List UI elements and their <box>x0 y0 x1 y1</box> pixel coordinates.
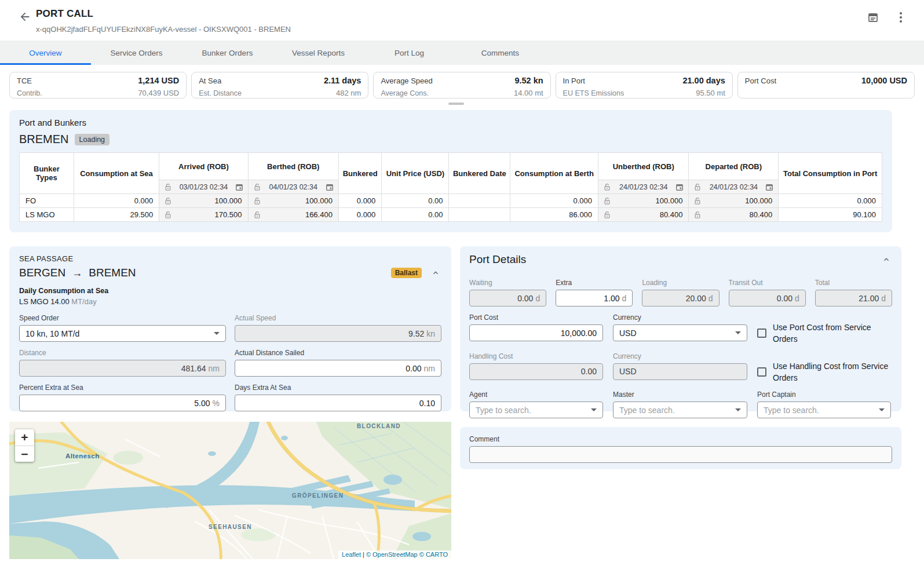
col-departed-rob: Departed (ROB) <box>689 153 779 180</box>
bunkers-table: Bunker Types Consumption at Sea Arrived … <box>19 152 882 222</box>
agent-search-select[interactable]: Type to search. <box>469 402 603 418</box>
map-label-blockland: BLOCKLAND <box>357 423 401 429</box>
calendar-icon[interactable] <box>235 183 243 191</box>
collapse-sea-passage-button[interactable] <box>430 267 441 279</box>
cell-consumption-at-berth[interactable]: 0.000 <box>510 194 598 208</box>
cell-value: 100.000 <box>174 196 243 205</box>
stat-sub-label: Est. Distance <box>199 88 242 99</box>
waiting-value: 0.00 <box>517 294 533 303</box>
cell-value: 100.000 <box>704 196 773 205</box>
port-captain-search-select[interactable]: Type to search. <box>757 402 891 418</box>
comment-card: Comment <box>460 427 901 469</box>
stat-card-at-sea: At Sea2.11 days Est. Distance482 nm <box>191 72 368 98</box>
berthed-date: 04/01/23 02:34 <box>269 183 317 191</box>
calendar-button[interactable] <box>866 10 880 24</box>
col-consumption-at-sea: Consumption at Sea <box>74 153 159 194</box>
tab-service-orders[interactable]: Service Orders <box>91 41 182 65</box>
zoom-out-button[interactable]: − <box>15 446 34 462</box>
cell-bunkered[interactable]: 0.000 <box>338 208 381 222</box>
tab-port-log[interactable]: Port Log <box>364 41 455 65</box>
lock-open-icon[interactable] <box>693 183 702 191</box>
calendar-icon[interactable] <box>326 183 334 191</box>
berthed-date-cell[interactable]: 04/01/23 02:34 <box>248 180 338 194</box>
cell-bunkered[interactable]: 0.000 <box>338 194 381 208</box>
cell-consumption-at-sea[interactable]: 29.500 <box>74 208 159 222</box>
back-button[interactable] <box>17 9 32 24</box>
loading-field: 20.00 d <box>642 290 719 306</box>
unberthed-date-cell[interactable]: 24/01/23 02:34 <box>598 180 689 194</box>
actual-distance-sailed-value: 0.00 <box>406 364 421 373</box>
tab-bunker-orders[interactable]: Bunker Orders <box>182 41 273 65</box>
agent-label: Agent <box>469 390 603 399</box>
port-and-bunkers-card: Port and Bunkers BREMEN Loading Bunker T… <box>9 110 892 232</box>
openstreetmap-link[interactable]: © OpenStreetMap <box>366 551 418 558</box>
cell-bunkered-date[interactable] <box>449 208 510 222</box>
total-field: 21.00 d <box>815 290 892 306</box>
calendar-icon[interactable] <box>765 183 773 191</box>
master-label: Master <box>613 390 747 399</box>
speed-order-select[interactable]: 10 kn, 10 MT/d <box>19 325 226 342</box>
departed-date-cell[interactable]: 24/01/23 02:34 <box>689 180 779 194</box>
cell-consumption-at-sea[interactable]: 0.000 <box>74 194 159 208</box>
extra-field[interactable]: 1.00 d <box>556 290 633 306</box>
daily-consumption-title: Daily Consumption at Sea <box>19 287 441 295</box>
route-arrow-icon: → <box>72 267 82 279</box>
col-berthed-rob: Berthed (ROB) <box>248 153 338 180</box>
route-map[interactable]: BLOCKLAND Altenesch GRÖPELINGEN SEEHAUSE… <box>9 422 451 559</box>
days-extra-at-sea-field[interactable]: 0.10 <box>235 395 441 411</box>
daily-consumption-unit: MT/day <box>71 297 96 306</box>
percent-extra-at-sea-field[interactable]: 5.00 % <box>19 395 226 411</box>
lock-open-icon[interactable] <box>603 197 611 205</box>
cell-total-consumption: 0.000 <box>779 194 882 208</box>
actual-distance-sailed-field[interactable]: 0.00 nm <box>235 360 441 377</box>
tab-comments[interactable]: Comments <box>455 41 546 65</box>
chevron-down-icon <box>735 331 741 334</box>
percent-extra-at-sea-value: 5.00 <box>194 399 210 408</box>
master-search-select[interactable]: Type to search. <box>613 402 747 418</box>
lock-open-icon[interactable] <box>164 211 172 219</box>
arrived-date-cell[interactable]: 03/01/23 02:34 <box>159 180 248 194</box>
tab-label: Comments <box>481 49 519 57</box>
lock-open-icon[interactable] <box>164 183 172 191</box>
port-name: BREMEN <box>19 133 69 146</box>
kebab-menu-button[interactable] <box>894 10 908 24</box>
lock-open-icon[interactable] <box>253 183 261 191</box>
map-attribution: Leaflet | © OpenStreetMap © CARTO <box>338 550 451 559</box>
carto-link[interactable]: © CARTO <box>419 551 448 558</box>
distance-unit: nm <box>209 364 220 373</box>
days-extra-at-sea-value: 0.10 <box>419 399 435 408</box>
cell-unit-price[interactable]: 0.00 <box>382 208 449 222</box>
stats-drag-handle[interactable] <box>448 103 464 105</box>
lock-open-icon[interactable] <box>253 197 261 205</box>
lock-open-icon[interactable] <box>164 197 172 205</box>
cell-consumption-at-berth[interactable]: 86.000 <box>510 208 598 222</box>
tab-vessel-reports[interactable]: Vessel Reports <box>273 41 364 65</box>
calendar-icon[interactable] <box>675 183 684 191</box>
agent-placeholder: Type to search. <box>476 406 531 415</box>
lock-open-icon[interactable] <box>253 211 261 219</box>
arrived-date: 03/01/23 02:34 <box>180 183 228 191</box>
transit-out-field: 0.00 d <box>729 290 806 306</box>
zoom-in-button[interactable]: + <box>15 429 34 446</box>
use-port-cost-label: Use Port Cost from Service Orders <box>773 322 892 345</box>
lock-open-icon[interactable] <box>603 183 611 191</box>
leaflet-link[interactable]: Leaflet <box>342 551 361 558</box>
master-placeholder: Type to search. <box>619 406 675 415</box>
use-port-cost-checkbox[interactable] <box>757 329 766 338</box>
currency-select[interactable]: USD <box>613 324 747 341</box>
tab-overview[interactable]: Overview <box>0 41 91 65</box>
stat-card-average-speed: Average Speed9.52 kn Average Cons.14.00 … <box>373 72 550 98</box>
use-handling-cost-checkbox[interactable] <box>757 367 766 377</box>
port-cost-field[interactable]: 10,000.00 <box>469 324 603 341</box>
port-cost-value: 10,000.00 <box>561 329 597 338</box>
lock-open-icon[interactable] <box>603 211 611 219</box>
collapse-port-details-button[interactable] <box>881 254 892 265</box>
cell-berthed-rob: 166.400 <box>248 208 338 222</box>
cell-unit-price[interactable]: 0.00 <box>382 194 449 208</box>
actual-speed-label: Actual Speed <box>235 314 441 322</box>
lock-open-icon[interactable] <box>693 197 702 205</box>
comment-input[interactable] <box>469 446 892 463</box>
lock-open-icon[interactable] <box>693 211 702 219</box>
cell-bunkered-date[interactable] <box>449 194 510 208</box>
stat-value: 21.00 days <box>682 75 725 87</box>
